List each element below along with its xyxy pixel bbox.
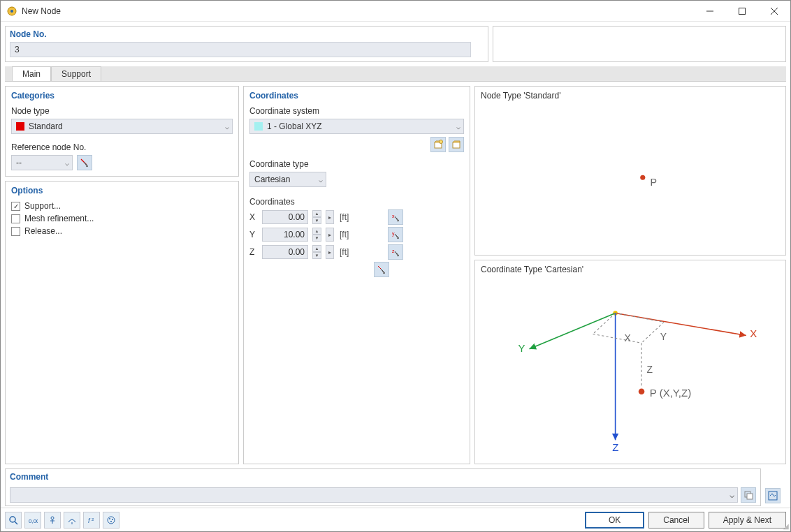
y-input[interactable]: 10.00 <box>262 228 308 242</box>
coord-system-select[interactable]: 1 - Global XYZ ⌵ <box>249 119 464 134</box>
tab-main[interactable]: Main <box>12 66 51 81</box>
svg-line-13 <box>378 266 381 269</box>
ref-node-select[interactable]: -- ⌵ <box>11 155 73 170</box>
svg-text:x: x <box>392 214 395 219</box>
pick-xyz-button[interactable] <box>374 262 389 277</box>
unit-label: [ft] <box>340 212 349 222</box>
new-coord-sys-button[interactable] <box>430 137 446 152</box>
y-expr-button[interactable]: ▸ <box>326 228 334 242</box>
apply-next-button[interactable]: Apply & Next <box>709 512 786 529</box>
svg-point-46 <box>112 519 113 520</box>
node-type-select[interactable]: Standard ⌵ <box>11 119 233 134</box>
node-type-preview-title: Node Type 'Standard' <box>481 91 780 101</box>
node-no-panel: Node No. 3 <box>5 26 488 62</box>
chevron-down-icon: ⌵ <box>319 176 323 184</box>
pick-ref-icon[interactable] <box>77 155 92 170</box>
tab-support[interactable]: Support <box>51 66 101 81</box>
x-input[interactable]: 0.00 <box>262 210 308 224</box>
svg-line-18 <box>530 313 616 348</box>
node-no-input[interactable]: 3 <box>10 42 471 57</box>
coordinates-title: Coordinates <box>249 91 464 101</box>
close-button[interactable] <box>758 1 790 22</box>
graphics-options-button[interactable] <box>765 488 781 503</box>
checkbox-icon <box>11 214 20 223</box>
svg-text:X: X <box>750 327 757 339</box>
svg-point-44 <box>108 517 115 524</box>
node-no-label: Node No. <box>10 29 484 39</box>
coord-type-preview-title: Coordinate Type 'Cartesian' <box>481 265 780 274</box>
check-support[interactable]: ✓ Support... <box>11 201 233 211</box>
chevron-down-icon: ⌵ <box>730 490 734 500</box>
red-square-icon <box>16 122 24 131</box>
z-spinner[interactable]: ▲▼ <box>312 245 321 259</box>
unit-label: [ft] <box>340 247 349 257</box>
ref-node-label: Reference node No. <box>11 142 233 152</box>
svg-text:X: X <box>624 332 630 343</box>
coord-system-label: Coordinate system <box>249 106 464 116</box>
svg-point-45 <box>109 518 110 519</box>
svg-text:Z: Z <box>647 364 653 375</box>
pick-z-button[interactable]: z <box>388 244 403 260</box>
svg-rect-34 <box>769 492 777 500</box>
svg-point-14 <box>640 175 645 180</box>
check-mesh[interactable]: Mesh refinement... <box>11 214 233 223</box>
checkbox-icon <box>11 227 20 236</box>
unit-label: [ft] <box>340 230 349 239</box>
options-title: Options <box>11 186 233 195</box>
x-spinner[interactable]: ▲▼ <box>312 210 321 224</box>
options-panel: Options ✓ Support... Mesh refinement... … <box>5 181 239 464</box>
svg-rect-3 <box>739 8 746 14</box>
footer-tool-4[interactable] <box>64 512 80 529</box>
svg-text:Z: Z <box>612 441 618 453</box>
tabs: Main Support <box>5 66 786 82</box>
coord-type-preview: Coordinate Type 'Cartesian' X <box>474 260 786 464</box>
z-input[interactable]: 0.00 <box>262 245 308 259</box>
categories-title: Categories <box>11 91 233 101</box>
pick-x-button[interactable]: x <box>388 209 403 225</box>
edit-coord-sys-button[interactable] <box>449 137 464 152</box>
comment-input[interactable]: ⌵ <box>10 487 738 503</box>
window-title: New Node <box>22 6 694 16</box>
svg-point-30 <box>639 388 645 394</box>
coordinates-panel: Coordinates Coordinate system 1 - Global… <box>243 86 470 464</box>
x-expr-button[interactable]: ▸ <box>326 210 334 224</box>
cancel-button[interactable]: Cancel <box>648 512 704 529</box>
svg-line-25 <box>593 334 642 343</box>
z-label: Z <box>249 247 258 257</box>
chevron-down-icon: ⌵ <box>225 123 229 131</box>
footer-tool-6[interactable] <box>103 512 119 529</box>
comment-panel: Comment ⌵ <box>5 468 761 506</box>
copy-comment-button[interactable] <box>741 487 756 503</box>
svg-text:f: f <box>88 517 91 524</box>
chevron-down-icon: ⌵ <box>65 159 69 167</box>
svg-point-38 <box>51 517 54 519</box>
svg-point-35 <box>10 517 15 522</box>
footer-tool-2[interactable]: 0,00 <box>24 512 41 529</box>
svg-text:2: 2 <box>92 517 94 522</box>
coord-type-select[interactable]: Cartesian ⌵ <box>249 172 326 187</box>
cyan-square-icon <box>254 122 263 131</box>
app-icon <box>6 6 17 17</box>
footer-tool-5[interactable]: f2 <box>83 512 100 529</box>
y-spinner[interactable]: ▲▼ <box>312 228 321 242</box>
node-type-preview: Node Type 'Standard' P <box>474 86 786 256</box>
p-label: P <box>650 177 656 188</box>
y-label: Y <box>249 230 258 239</box>
check-release[interactable]: Release... <box>11 226 233 236</box>
comment-title: Comment <box>10 472 756 482</box>
svg-text:z: z <box>392 249 395 253</box>
maximize-button[interactable] <box>726 1 758 22</box>
svg-text:P (X,Y,Z): P (X,Y,Z) <box>650 387 691 399</box>
z-expr-button[interactable]: ▸ <box>326 245 334 259</box>
footer-tool-1[interactable] <box>5 512 22 529</box>
footer-tool-3[interactable] <box>44 512 61 529</box>
ok-button[interactable]: OK <box>585 512 644 529</box>
svg-text:y: y <box>392 231 395 237</box>
checkbox-checked-icon: ✓ <box>11 202 20 211</box>
minimize-button[interactable] <box>694 1 726 22</box>
svg-text:0,00: 0,00 <box>29 518 38 524</box>
node-type-label: Node type <box>11 106 233 116</box>
pick-y-button[interactable]: y <box>388 227 403 242</box>
resize-grip-icon[interactable]: ◢ <box>783 522 789 530</box>
svg-point-1 <box>10 10 13 13</box>
